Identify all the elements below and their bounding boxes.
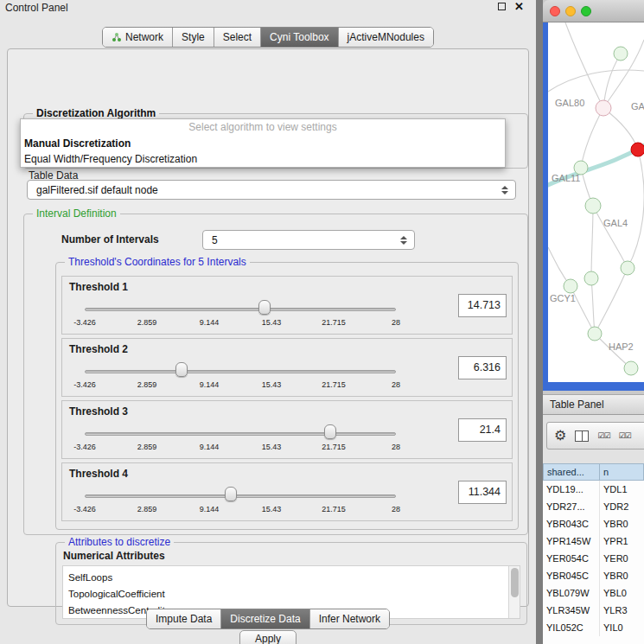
cell[interactable]: YPR145W	[543, 532, 600, 550]
tab-jactivemnodules[interactable]: jActiveMNodules	[338, 28, 433, 47]
gene-node[interactable]	[614, 47, 628, 61]
threshold-value-field[interactable]: 21.4	[458, 418, 507, 442]
tab-infer-network[interactable]: Infer Network	[309, 609, 389, 628]
tab-cyni-toolbox[interactable]: Cyni Toolbox	[260, 28, 337, 47]
table-panel-title: Table Panel	[543, 394, 644, 415]
close-icon[interactable]: ✕	[514, 2, 524, 11]
list-item[interactable]: TopologicalCoefficient	[63, 586, 520, 603]
threshold-slider-thumb[interactable]	[175, 362, 188, 377]
cell[interactable]: YBR0	[600, 567, 644, 584]
node-label-hap2: HAP2	[609, 341, 634, 352]
cell[interactable]: YLR3	[600, 602, 644, 619]
gene-node[interactable]	[588, 327, 602, 341]
gene-node[interactable]	[564, 279, 577, 293]
cell[interactable]: YIL0	[600, 619, 644, 636]
cell[interactable]: YBL079W	[543, 584, 600, 602]
table-row[interactable]: YIL052CYIL0	[543, 619, 644, 636]
tick-label: 15.43	[262, 443, 282, 451]
cell[interactable]: YBR045C	[543, 567, 600, 584]
cell[interactable]: YBR0	[600, 515, 644, 532]
table-row[interactable]: YBL079WYBL0	[543, 584, 644, 602]
table-data-select[interactable]: galFiltered.sif default node	[27, 180, 516, 200]
gene-node[interactable]	[585, 198, 601, 214]
tab-impute-data[interactable]: Impute Data	[147, 609, 220, 628]
threshold-slider-thumb[interactable]	[324, 424, 336, 439]
tick-label: 28	[392, 380, 400, 389]
node-label-clipped: GA	[631, 101, 644, 112]
cell[interactable]: YBR043C	[543, 515, 600, 532]
algorithm-option-equal-width[interactable]: Equal Width/Frequency Discretization	[21, 151, 505, 167]
tab-discretize-data[interactable]: Discretize Data	[220, 609, 309, 628]
threshold-slider-track[interactable]	[85, 308, 396, 311]
gear-icon[interactable]: ⚙	[554, 429, 566, 443]
gene-node[interactable]	[621, 261, 634, 275]
table-row[interactable]: YBR043CYBR0	[543, 515, 644, 532]
panel-divider[interactable]	[536, 0, 543, 644]
threshold-slider-thumb[interactable]	[258, 300, 271, 315]
cell[interactable]: YLR345W	[543, 602, 600, 619]
tick-label: 28	[392, 443, 400, 451]
table-row[interactable]: YDL19...YDL1	[543, 481, 644, 498]
threshold-slider-thumb[interactable]	[225, 487, 237, 501]
threshold-label: Threshold 4	[69, 468, 128, 480]
gene-node[interactable]	[584, 271, 598, 285]
threshold-slider-track[interactable]	[85, 494, 396, 498]
threshold-value-field[interactable]: 11.344	[458, 481, 507, 504]
threshold-panel-3: Threshold 3 -3.426 2.859 9.144 15.43 21.…	[61, 400, 513, 459]
algorithm-combobox[interactable]: Select algorithm to view settings	[21, 119, 505, 136]
cell[interactable]: YDR2	[600, 498, 644, 515]
group-label: Threshold's Coordinates for 5 Intervals	[65, 256, 250, 268]
threshold-value-field[interactable]: 6.316	[458, 356, 507, 379]
table-row[interactable]: YLR345WYLR3	[543, 602, 644, 619]
float-window-icon[interactable]	[498, 3, 506, 10]
table-row[interactable]: YDR27...YDR2	[543, 498, 644, 515]
columns-icon[interactable]	[575, 430, 589, 442]
cell[interactable]: YPR1	[600, 532, 644, 550]
cell[interactable]: YER054C	[543, 550, 600, 567]
select-columns-icon[interactable]: ☑☑	[597, 431, 609, 440]
apply-button[interactable]: Apply	[239, 630, 296, 644]
list-item[interactable]: SelfLoops	[63, 566, 520, 586]
tab-style[interactable]: Style	[172, 28, 214, 47]
scrollbar-thumb[interactable]	[511, 568, 519, 597]
network-selection-frame: GAL80 GA GAL11 GAL4 GCY1 HAP2	[543, 22, 644, 391]
number-of-intervals-select[interactable]: 5	[202, 230, 415, 250]
tab-select[interactable]: Select	[214, 28, 260, 47]
tab-network[interactable]: Network	[103, 28, 172, 47]
tick-label: -3.426	[73, 443, 96, 451]
tick-label: -3.426	[73, 318, 96, 327]
minimize-window-icon[interactable]	[565, 6, 576, 16]
column-header-name[interactable]: n	[600, 463, 644, 481]
slider-scale: -3.426 2.859 9.144 15.43 21.715 28	[85, 443, 396, 453]
column-header-shared[interactable]: shared...	[543, 463, 600, 481]
algorithm-option-manual[interactable]: Manual Discretization	[21, 136, 505, 151]
table-row[interactable]: YER054CYER0	[543, 550, 644, 567]
cell[interactable]: YDL19...	[543, 481, 600, 498]
gene-node[interactable]	[624, 361, 638, 375]
tick-label: 2.859	[137, 318, 157, 327]
network-canvas[interactable]: GAL80 GA GAL11 GAL4 GCY1 HAP2	[548, 22, 644, 382]
table-panel: Table Panel ⚙ ☑☑ ☑☑ shared... n YDL19...…	[543, 394, 644, 644]
zoom-window-icon[interactable]	[581, 6, 591, 16]
tick-label: 28	[392, 318, 400, 327]
close-window-icon[interactable]	[550, 6, 560, 16]
cell[interactable]: YIL052C	[543, 619, 600, 636]
selected-red-node[interactable]	[631, 143, 644, 156]
number-of-intervals-value: 5	[203, 234, 400, 246]
gene-node[interactable]	[596, 100, 611, 116]
cell[interactable]: YBL0	[600, 584, 644, 602]
threshold-slider-track[interactable]	[85, 432, 396, 436]
cell[interactable]: YDR27...	[543, 498, 600, 515]
select-all-icon[interactable]: ☑☑	[618, 431, 630, 440]
tab-label: Cyni Toolbox	[270, 31, 328, 43]
slider-scale: -3.426 2.859 9.144 15.43 21.715 28	[85, 318, 396, 328]
tick-label: 2.859	[137, 505, 157, 513]
tick-label: -3.426	[73, 505, 96, 513]
cell[interactable]: YER0	[600, 550, 644, 567]
threshold-value-field[interactable]: 14.713	[458, 294, 507, 317]
cell[interactable]: YDL1	[600, 481, 644, 498]
tick-label: -3.426	[73, 380, 96, 389]
threshold-slider-track[interactable]	[85, 370, 396, 373]
table-row[interactable]: YPR145WYPR1	[543, 532, 644, 550]
table-row[interactable]: YBR045CYBR0	[543, 567, 644, 584]
